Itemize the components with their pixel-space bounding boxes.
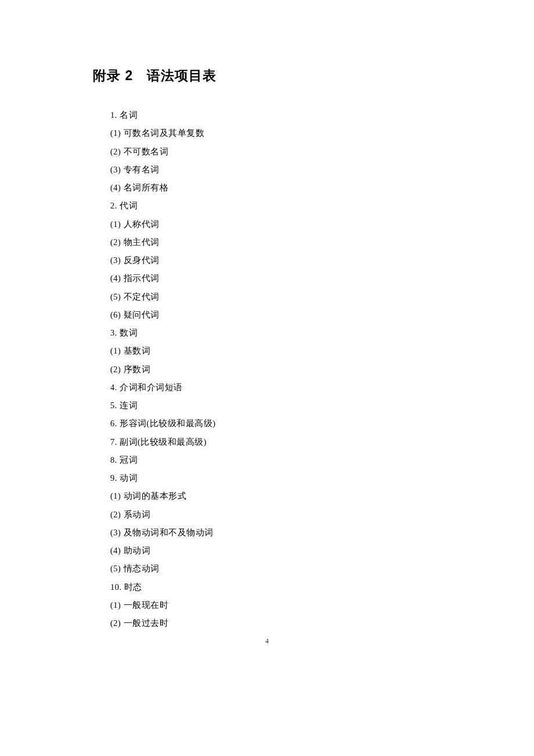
list-item: (5) 不定代词 [110, 291, 476, 304]
list-item: (1) 基数词 [110, 345, 476, 358]
list-item: (5) 情态动词 [110, 563, 476, 575]
list-item: (3) 及物动词和不及物动词 [110, 527, 476, 539]
list-item: (2) 物主代词 [110, 236, 476, 249]
list-item: 7. 副词(比较级和最高级) [110, 436, 476, 449]
list-item: (1) 可数名词及其单复数 [110, 127, 476, 140]
list-item: (1) 动词的基本形式 [110, 490, 476, 503]
page-number: 4 [0, 637, 534, 646]
list-item: (6) 疑问代词 [110, 309, 476, 322]
list-item: 9. 动词 [110, 472, 476, 485]
list-item: 3. 数词 [110, 327, 476, 340]
list-item: 6. 形容词(比较级和最高级) [110, 417, 476, 430]
list-item: (2) 不可数名词 [110, 146, 476, 159]
list-item: (2) 系动词 [110, 509, 476, 521]
list-item: 1. 名词 [110, 109, 476, 122]
list-item: (2) 一般过去时 [110, 617, 476, 630]
list-item: (3) 反身代词 [110, 254, 476, 267]
list-item: 10. 时态 [110, 581, 476, 594]
list-item: 4. 介词和介词短语 [110, 381, 476, 394]
list-item: 2. 代词 [110, 200, 476, 213]
grammar-list: 1. 名词 (1) 可数名词及其单复数 (2) 不可数名词 (3) 专有名词 (… [93, 109, 476, 630]
list-item: (1) 一般现在时 [110, 599, 476, 612]
appendix-title: 附录 2 语法项目表 [93, 67, 476, 85]
list-item: 8. 冠词 [110, 454, 476, 467]
list-item: (1) 人称代词 [110, 218, 476, 231]
list-item: (3) 专有名词 [110, 164, 476, 177]
list-item: 5. 连词 [110, 399, 476, 412]
list-item: (4) 助动词 [110, 545, 476, 557]
list-item: (4) 指示代词 [110, 272, 476, 285]
list-item: (2) 序数词 [110, 363, 476, 376]
list-item: (4) 名词所有格 [110, 182, 476, 195]
